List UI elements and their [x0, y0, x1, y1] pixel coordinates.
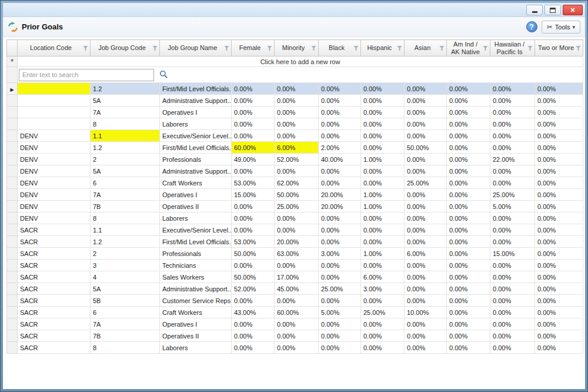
table-row[interactable]: ▶1.2First/Mid Level Officials...0.00%0.0…: [7, 83, 583, 95]
grid-cell[interactable]: 0.00%: [405, 83, 447, 95]
grid-cell[interactable]: 2.00%: [319, 142, 361, 154]
table-row[interactable]: SACR4Sales Workers50.00%17.00%0.00%6.00%…: [7, 271, 583, 283]
grid-cell[interactable]: 0.00%: [361, 177, 405, 189]
table-row[interactable]: DENV2Professionals49.00%52.00%40.00%1.00…: [7, 154, 583, 165]
row-indicator[interactable]: [7, 271, 18, 283]
table-row[interactable]: DENV6Craft Workers53.00%62.00%0.00%0.00%…: [7, 177, 583, 189]
help-button[interactable]: ?: [526, 21, 537, 32]
grid-cell[interactable]: DENV: [18, 154, 91, 165]
grid-cell[interactable]: 0.00%: [361, 236, 405, 248]
grid-cell[interactable]: 5A: [91, 165, 160, 177]
row-indicator[interactable]: [7, 142, 18, 154]
grid-cell[interactable]: 0.00%: [319, 83, 361, 95]
grid-cell[interactable]: Customer Service Reps: [160, 295, 232, 307]
selected-row-indicator[interactable]: ▶: [7, 83, 18, 95]
grid-cell[interactable]: 6: [91, 177, 160, 189]
grid-cell[interactable]: 10.00%: [405, 307, 447, 318]
grid-cell[interactable]: 5A: [91, 95, 160, 107]
grid-cell[interactable]: 0.00%: [490, 318, 535, 330]
grid-cell[interactable]: 0.00%: [405, 165, 447, 177]
grid-cell[interactable]: 0.00%: [361, 165, 405, 177]
grid-cell[interactable]: 8: [91, 342, 160, 354]
grid-cell[interactable]: 0.00%: [405, 130, 447, 142]
grid-cell[interactable]: 0.00%: [447, 177, 490, 189]
grid-cell[interactable]: 0.00%: [535, 83, 583, 95]
grid-cell[interactable]: 0.00%: [275, 130, 319, 142]
grid-cell[interactable]: 0.00%: [361, 318, 405, 330]
grid-cell[interactable]: 0.00%: [447, 107, 490, 118]
grid-cell[interactable]: 50.00%: [232, 248, 275, 260]
grid-cell[interactable]: Operatives I: [160, 318, 232, 330]
grid-cell[interactable]: 0.00%: [535, 201, 583, 212]
column-header-black[interactable]: Black: [319, 40, 361, 57]
grid-cell[interactable]: 0.00%: [319, 330, 361, 342]
row-indicator[interactable]: [7, 318, 18, 330]
row-indicator[interactable]: [7, 283, 18, 295]
grid-cell[interactable]: 0.00%: [447, 295, 490, 307]
grid-cell[interactable]: 15.00%: [490, 248, 535, 260]
grid-cell[interactable]: Executive/Senior Level...: [160, 130, 232, 142]
grid-cell[interactable]: 0.00%: [490, 307, 535, 318]
grid-cell[interactable]: 0.00%: [490, 212, 535, 224]
column-header-job-group-code[interactable]: Job Group Code: [91, 40, 160, 57]
grid-cell[interactable]: 0.00%: [319, 95, 361, 107]
table-row[interactable]: DENV7AOperatives I15.00%50.00%20.00%1.00…: [7, 189, 583, 201]
close-button[interactable]: ✕: [563, 5, 583, 15]
grid-cell[interactable]: 0.00%: [319, 236, 361, 248]
grid-cell[interactable]: 0.00%: [275, 118, 319, 130]
grid-cell[interactable]: 1.00%: [361, 248, 405, 260]
grid-cell[interactable]: 6: [91, 307, 160, 318]
grid-cell[interactable]: 0.00%: [535, 318, 583, 330]
grid-cell[interactable]: 5.00%: [319, 307, 361, 318]
grid-cell[interactable]: Laborers: [160, 212, 232, 224]
grid-cell[interactable]: 2: [91, 154, 160, 165]
row-indicator[interactable]: [7, 154, 18, 165]
grid-cell[interactable]: 45.00%: [275, 283, 319, 295]
grid-cell[interactable]: 0.00%: [232, 212, 275, 224]
grid-cell[interactable]: 0.00%: [405, 236, 447, 248]
grid-cell[interactable]: 0.00%: [232, 130, 275, 142]
row-indicator[interactable]: [7, 177, 18, 189]
grid-cell[interactable]: DENV: [18, 130, 91, 142]
row-indicator[interactable]: [7, 212, 18, 224]
grid-cell[interactable]: 7A: [91, 107, 160, 118]
grid-cell[interactable]: 0.00%: [405, 295, 447, 307]
grid-cell[interactable]: Executive/Senior Level...: [160, 224, 232, 236]
grid-cell[interactable]: Laborers: [160, 118, 232, 130]
row-indicator[interactable]: [7, 130, 18, 142]
grid-cell[interactable]: 0.00%: [361, 260, 405, 271]
grid-cell[interactable]: 0.00%: [405, 95, 447, 107]
row-indicator[interactable]: [7, 165, 18, 177]
grid-cell[interactable]: 0.00%: [319, 118, 361, 130]
table-row[interactable]: SACR8Laborers0.00%0.00%0.00%0.00%0.00%0.…: [7, 342, 583, 354]
grid-cell[interactable]: 0.00%: [490, 330, 535, 342]
grid-cell[interactable]: 3.00%: [361, 283, 405, 295]
grid-cell[interactable]: 0.00%: [447, 130, 490, 142]
grid-cell[interactable]: 0.00%: [405, 271, 447, 283]
grid-cell[interactable]: 53.00%: [232, 177, 275, 189]
grid-cell[interactable]: 0.00%: [405, 318, 447, 330]
grid-cell[interactable]: 0.00%: [319, 212, 361, 224]
grid-cell[interactable]: 8: [91, 212, 160, 224]
grid-cell[interactable]: 1.00%: [361, 201, 405, 212]
add-new-row[interactable]: * Click here to add a new row: [7, 57, 583, 67]
grid-cell[interactable]: 0.00%: [447, 118, 490, 130]
table-row[interactable]: SACR7AOperatives I0.00%0.00%0.00%0.00%0.…: [7, 318, 583, 330]
grid-cell[interactable]: 0.00%: [447, 318, 490, 330]
grid-cell[interactable]: 15.00%: [232, 189, 275, 201]
column-header-job-group-name[interactable]: Job Group Name: [160, 40, 232, 57]
grid-cell[interactable]: 0.00%: [232, 330, 275, 342]
grid-cell[interactable]: 0.00%: [447, 212, 490, 224]
grid-cell[interactable]: 5A: [91, 283, 160, 295]
filter-funnel-icon[interactable]: [527, 46, 533, 51]
filter-funnel-icon[interactable]: [83, 46, 88, 51]
grid-cell[interactable]: 0.00%: [405, 212, 447, 224]
table-row[interactable]: SACR3Technicians0.00%0.00%0.00%0.00%0.00…: [7, 260, 583, 271]
grid-cell[interactable]: 25.00%: [361, 307, 405, 318]
grid-cell[interactable]: 0.00%: [275, 330, 319, 342]
filter-funnel-icon[interactable]: [576, 46, 581, 51]
grid-cell[interactable]: SACR: [18, 295, 91, 307]
grid-cell[interactable]: 1.00%: [361, 154, 405, 165]
grid-cell[interactable]: 0.00%: [490, 83, 535, 95]
grid-cell[interactable]: DENV: [18, 165, 91, 177]
